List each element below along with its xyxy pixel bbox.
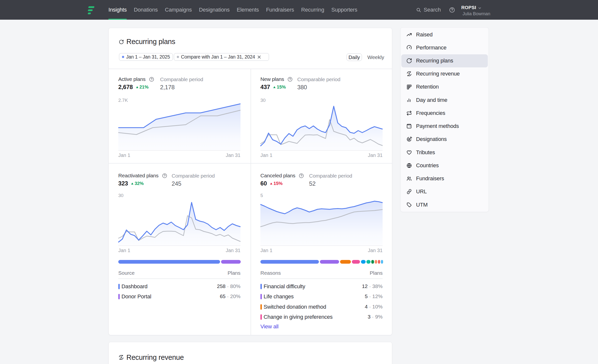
svg-text:$: $ <box>120 356 122 359</box>
svg-text:$: $ <box>408 72 410 75</box>
